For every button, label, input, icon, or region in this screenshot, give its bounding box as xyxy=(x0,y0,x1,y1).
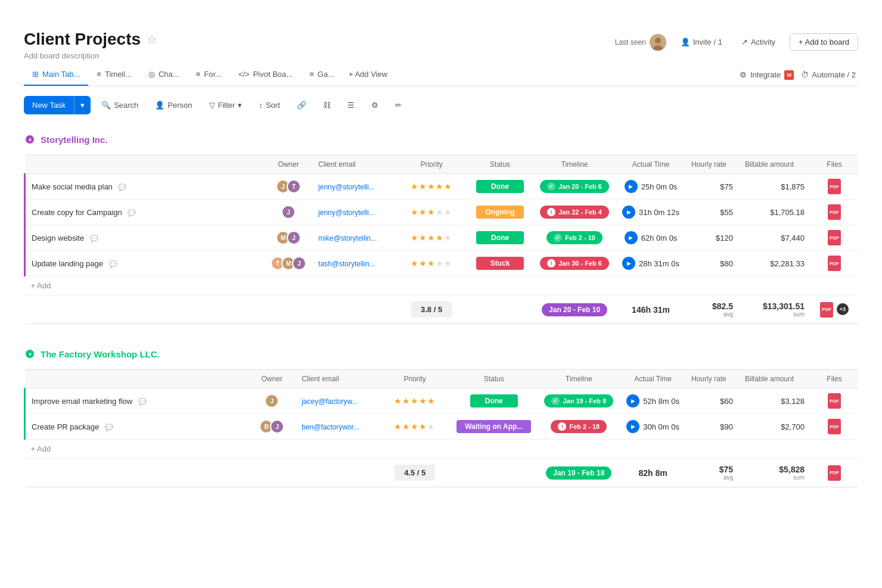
invite-button[interactable]: 👤 Invite / 1 xyxy=(676,35,727,49)
play-button[interactable]: ▶ xyxy=(625,231,638,244)
task-cell: Improve email marketing flow 💬 xyxy=(25,388,249,414)
rows-icon-button[interactable]: ☰ xyxy=(341,97,361,114)
billable-cell: $1,875 xyxy=(739,174,810,200)
hourly-rate-cell: $80 xyxy=(685,251,739,276)
owner-cell: J xyxy=(265,200,312,225)
pdf-icon[interactable]: PDF xyxy=(828,465,841,481)
col-header-priority: Priority xyxy=(396,155,467,174)
email-link[interactable]: ben@factorywor... xyxy=(302,423,359,431)
table-row: Create copy for Campaign 💬 J jenny@story… xyxy=(25,200,859,225)
email-cell: jacey@factoryw... xyxy=(296,388,379,414)
summary-task-cell xyxy=(25,459,249,487)
status-badge: Done xyxy=(476,231,524,244)
play-button[interactable]: ▶ xyxy=(626,420,639,433)
tab-chart[interactable]: ◎ Cha... xyxy=(140,64,188,86)
owner-cell: TMJ xyxy=(265,251,312,276)
gmail-icon: M xyxy=(784,70,794,80)
email-cell: ben@factorywor... xyxy=(296,414,379,440)
comment-icon[interactable]: 💬 xyxy=(109,260,117,268)
email-link[interactable]: jenny@storytelli... xyxy=(318,209,375,217)
comment-icon[interactable]: 💬 xyxy=(90,235,98,242)
status-cell: Done xyxy=(467,174,533,200)
status-cell: Ongoing xyxy=(467,200,533,225)
add-task-cell[interactable]: + Add xyxy=(25,440,859,459)
col-header-actual-time: Actual Time xyxy=(616,155,685,174)
chain-icon-button[interactable]: ⛓ xyxy=(317,97,337,114)
pdf-icon[interactable]: PDF xyxy=(820,302,833,318)
comment-icon[interactable]: 💬 xyxy=(118,183,126,191)
play-button[interactable]: ▶ xyxy=(622,257,635,270)
table-row: Create PR package 💬 BJ ben@factorywor...… xyxy=(25,414,859,440)
tab-pivot[interactable]: </> Pivot Boa... xyxy=(230,64,301,86)
search-button[interactable]: 🔍 Search xyxy=(95,97,144,114)
tab-gallery[interactable]: ≡ Ga... xyxy=(301,64,343,86)
new-task-dropdown-icon[interactable]: ▾ xyxy=(74,96,91,114)
sort-button[interactable]: ↕ Sort xyxy=(253,97,285,114)
gear-icon-button[interactable]: ⚙ xyxy=(365,97,384,114)
section-factory: ▾ The Factory Workshop LLC. Owner Client… xyxy=(24,343,858,487)
summary-email-cell xyxy=(296,459,379,487)
task-cell: Create PR package 💬 xyxy=(25,414,249,440)
pdf-icon[interactable]: PDF xyxy=(828,230,841,245)
link-icon-button[interactable]: 🔗 xyxy=(291,97,312,114)
comment-icon[interactable]: 💬 xyxy=(138,398,147,406)
col-header-timeline: Timeline xyxy=(533,155,616,174)
pdf-icon[interactable]: PDF xyxy=(828,179,841,194)
owner-cell: JT xyxy=(265,174,312,200)
add-view-button[interactable]: + Add View xyxy=(343,66,393,83)
add-to-board-button[interactable]: + Add to board xyxy=(790,33,858,51)
table-row: Improve email marketing flow 💬 J jacey@f… xyxy=(25,388,859,414)
toolbar: New Task ▾ 🔍 Search 👤 Person ▽ Filter ▾ … xyxy=(24,96,858,114)
priority-avg: 3.8 / 5 xyxy=(411,301,452,318)
comment-icon[interactable]: 💬 xyxy=(105,424,113,431)
pdf-icon[interactable]: PDF xyxy=(828,419,841,434)
pen-icon-button[interactable]: ✏ xyxy=(389,97,408,114)
tab-main[interactable]: ⊞ Main Tab... xyxy=(24,64,88,86)
section-toggle-factory[interactable]: ▾ xyxy=(24,348,36,360)
pen-icon: ✏ xyxy=(395,101,402,110)
summary-time-cell: 82h 8m xyxy=(620,459,685,487)
favorite-icon[interactable]: ☆ xyxy=(147,32,157,46)
col-header-hourly-rate: Hourly rate xyxy=(685,155,739,174)
automate-button[interactable]: ⏱ Automate / 2 xyxy=(801,70,856,79)
page-subtitle[interactable]: Add board description xyxy=(24,51,157,60)
new-task-button[interactable]: New Task ▾ xyxy=(24,96,91,114)
play-button[interactable]: ▶ xyxy=(625,180,638,193)
time-value: 28h 31m 0s xyxy=(639,259,679,268)
tab-form-icon: ≡ xyxy=(196,70,201,79)
summary-timeline-cell: Jan 20 - Feb 10 xyxy=(533,295,616,324)
section2-table: Owner Client email Priority Status Timel… xyxy=(24,369,858,487)
files-cell: PDF xyxy=(810,225,858,251)
tab-timeline[interactable]: ≡ Timeli... xyxy=(88,64,140,86)
hourly-rate-cell: $90 xyxy=(685,414,739,440)
person-filter-button[interactable]: 👤 Person xyxy=(149,97,198,114)
email-link[interactable]: mike@storytellin... xyxy=(318,234,377,242)
email-link[interactable]: jenny@storytelli... xyxy=(318,183,375,191)
timeline-cell: ✓ Feb 2 - 10 xyxy=(533,225,616,251)
tabs-row: ⊞ Main Tab... ≡ Timeli... ◎ Cha... ≡ For… xyxy=(24,64,858,86)
pdf-icon[interactable]: PDF xyxy=(828,204,841,220)
activity-button[interactable]: ↗ Activity xyxy=(737,35,780,49)
hourly-rate-cell: $55 xyxy=(685,200,739,225)
filter-button[interactable]: ▽ Filter ▾ xyxy=(203,97,249,114)
add-task-cell[interactable]: + Add xyxy=(25,276,859,295)
pdf-icon[interactable]: PDF xyxy=(828,393,841,409)
hourly-rate-cell: $120 xyxy=(685,225,739,251)
table-row: Make social media plan 💬 JT jenny@storyt… xyxy=(25,174,859,200)
play-button[interactable]: ▶ xyxy=(626,394,639,407)
integrate-button[interactable]: ⚙ Integrate M xyxy=(740,70,794,80)
play-button[interactable]: ▶ xyxy=(622,206,635,219)
col2-header-owner: Owner xyxy=(248,370,296,388)
timeline-cell: ✓ Jan 19 - Feb 9 xyxy=(537,388,620,414)
col-header-billable: Billable amount xyxy=(739,155,810,174)
task-name: Update landing page xyxy=(32,259,103,268)
pdf-icon[interactable]: PDF xyxy=(828,256,841,271)
summary-row: 4.5 / 5 Jan 19 - Feb 18 82h 8m $75 avg $… xyxy=(25,459,859,487)
email-link[interactable]: tash@storytellin... xyxy=(318,260,375,268)
col2-header-task xyxy=(25,370,249,388)
section-toggle-storytelling[interactable]: ▾ xyxy=(24,133,36,145)
comment-icon[interactable]: 💬 xyxy=(128,209,136,217)
email-cell: jenny@storytelli... xyxy=(312,200,396,225)
tab-form[interactable]: ≡ For... xyxy=(188,64,230,86)
email-link[interactable]: jacey@factoryw... xyxy=(302,397,358,406)
